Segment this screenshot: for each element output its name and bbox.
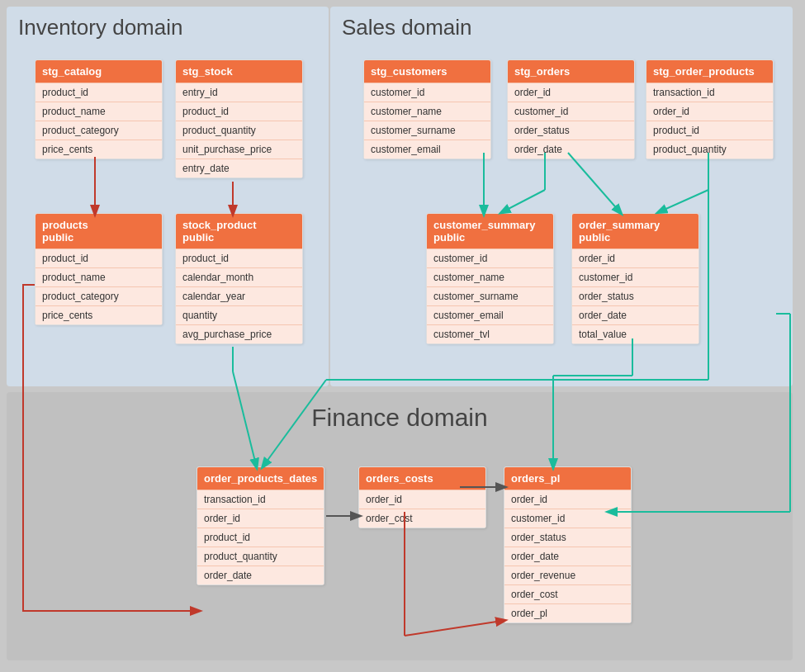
table-row: order_id: [508, 83, 634, 102]
table-row: order_cost: [359, 509, 485, 528]
table-row: order_id: [572, 248, 698, 267]
table-row: customer_surname: [427, 286, 553, 305]
table-row: product_quantity: [646, 140, 773, 159]
table-row: order_revenue: [504, 566, 631, 584]
table-row: customer_surname: [364, 121, 490, 140]
table-row: customer_id: [508, 102, 634, 121]
table-orders-costs-header: orders_costs: [359, 467, 485, 490]
table-row: order_date: [508, 140, 634, 159]
table-row: product_id: [646, 121, 773, 140]
table-row: transaction_id: [197, 490, 324, 509]
table-orders-pl[interactable]: orders_pl order_id customer_id order_sta…: [504, 466, 632, 623]
table-row: product_category: [36, 286, 162, 305]
table-row: entry_id: [176, 83, 302, 102]
table-order-summary-public[interactable]: order_summarypublic order_id customer_id…: [571, 213, 699, 344]
table-row: product_id: [197, 528, 324, 547]
table-stg-orders[interactable]: stg_orders order_id customer_id order_st…: [507, 59, 635, 159]
table-row: product_id: [36, 83, 162, 102]
table-row: order_id: [646, 102, 773, 121]
table-row: customer_id: [572, 267, 698, 286]
table-row: order_date: [197, 566, 324, 584]
table-row: customer_id: [427, 248, 553, 267]
table-stg-orders-header: stg_orders: [508, 60, 634, 83]
table-row: calendar_month: [176, 267, 302, 286]
table-row: customer_tvl: [427, 324, 553, 343]
table-row: price_cents: [36, 140, 162, 159]
table-stg-catalog-header: stg_catalog: [36, 60, 162, 83]
table-row: customer_id: [504, 509, 631, 528]
table-row: customer_id: [364, 83, 490, 102]
table-row: customer_name: [427, 267, 553, 286]
table-customer-summary-public[interactable]: customer_summarypublic customer_id custo…: [426, 213, 554, 344]
table-row: product_quantity: [197, 547, 324, 566]
table-row: product_category: [36, 121, 162, 140]
table-products-public[interactable]: productspublic product_id product_name p…: [35, 213, 163, 325]
table-row: unit_purchase_price: [176, 140, 302, 159]
table-row: transaction_id: [646, 83, 773, 102]
table-stg-stock[interactable]: stg_stock entry_id product_id product_qu…: [175, 59, 303, 178]
table-row: avg_purchase_price: [176, 324, 302, 343]
table-stg-stock-header: stg_stock: [176, 60, 302, 83]
table-row: order_id: [359, 490, 485, 509]
table-row: order_date: [504, 547, 631, 566]
table-customer-summary-public-header: customer_summarypublic: [427, 214, 553, 248]
table-row: order_date: [572, 305, 698, 324]
table-products-public-header: productspublic: [36, 214, 162, 248]
inventory-domain-title: Inventory domain: [7, 7, 329, 49]
finance-domain-title: Finance domain: [7, 392, 793, 443]
table-order-products-dates[interactable]: order_products_dates transaction_id orde…: [197, 466, 324, 585]
table-row: quantity: [176, 305, 302, 324]
table-stg-order-products[interactable]: stg_order_products transaction_id order_…: [646, 59, 774, 159]
table-order-products-dates-header: order_products_dates: [197, 467, 324, 490]
table-row: order_id: [197, 509, 324, 528]
table-orders-costs[interactable]: orders_costs order_id order_cost: [358, 466, 486, 528]
table-row: product_quantity: [176, 121, 302, 140]
table-row: order_pl: [504, 603, 631, 622]
table-stock-product-public-header: stock_productpublic: [176, 214, 302, 248]
table-row: product_name: [36, 267, 162, 286]
table-row: product_id: [176, 102, 302, 121]
table-row: order_id: [504, 490, 631, 509]
table-stg-order-products-header: stg_order_products: [646, 60, 773, 83]
table-row: calendar_year: [176, 286, 302, 305]
sales-domain-title: Sales domain: [330, 7, 793, 49]
table-row: product_id: [36, 248, 162, 267]
table-row: entry_date: [176, 159, 302, 177]
table-row: customer_email: [364, 140, 490, 159]
table-row: order_status: [504, 528, 631, 547]
table-order-summary-public-header: order_summarypublic: [572, 214, 698, 248]
table-row: product_id: [176, 248, 302, 267]
table-row: customer_email: [427, 305, 553, 324]
table-row: price_cents: [36, 305, 162, 324]
table-orders-pl-header: orders_pl: [504, 467, 631, 490]
table-stg-customers-header: stg_customers: [364, 60, 490, 83]
table-stg-customers[interactable]: stg_customers customer_id customer_name …: [363, 59, 491, 159]
table-row: order_cost: [504, 584, 631, 603]
table-row: customer_name: [364, 102, 490, 121]
table-row: product_name: [36, 102, 162, 121]
table-row: order_status: [572, 286, 698, 305]
table-stg-catalog[interactable]: stg_catalog product_id product_name prod…: [35, 59, 163, 159]
table-row: total_value: [572, 324, 698, 343]
table-row: order_status: [508, 121, 634, 140]
table-stock-product-public[interactable]: stock_productpublic product_id calendar_…: [175, 213, 303, 344]
